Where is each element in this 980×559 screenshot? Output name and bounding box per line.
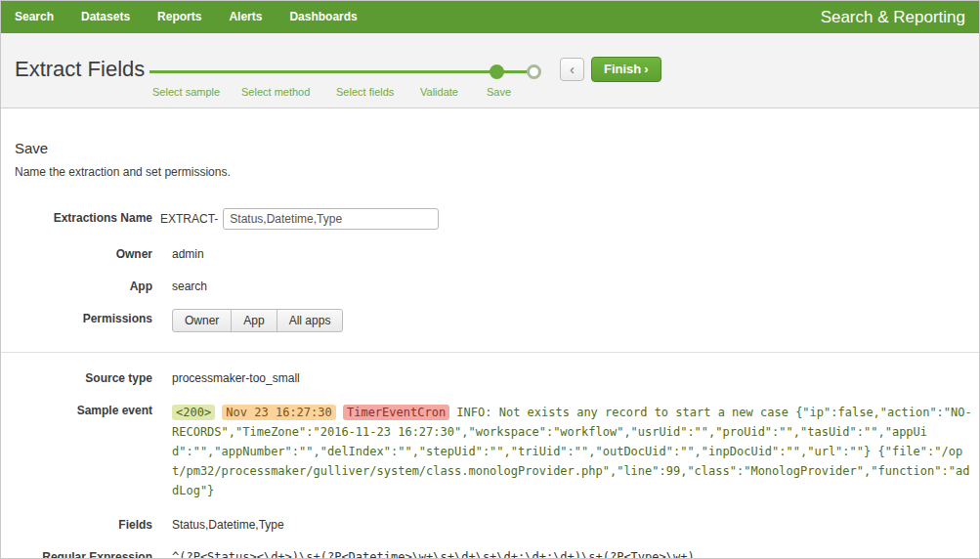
row-fields: Fields Status,Datetime,Type xyxy=(1,515,979,533)
row-app: App search xyxy=(1,277,979,294)
finish-button[interactable]: Finish› xyxy=(591,57,661,82)
chevron-right-icon: › xyxy=(644,62,648,76)
step-select-method: Select method xyxy=(241,86,310,98)
nav-item-search[interactable]: Search xyxy=(1,1,67,33)
step-select-sample: Select sample xyxy=(152,86,220,98)
owner-value: admin xyxy=(172,244,204,262)
stepper-track xyxy=(149,70,533,73)
chevron-left-icon: ‹ xyxy=(570,61,575,77)
nav-item-datasets[interactable]: Datasets xyxy=(67,1,144,33)
extraction-name-input[interactable] xyxy=(223,208,439,230)
datetime-field-highlight: Nov 23 16:27:30 xyxy=(222,405,335,420)
permissions-app-button[interactable]: App xyxy=(231,309,277,332)
row-owner: Owner admin xyxy=(1,244,979,262)
fields-label: Fields xyxy=(1,515,152,533)
wizard-header: Extract Fields Select sample Select meth… xyxy=(1,33,979,108)
wizard-stepper: Select sample Select method Select field… xyxy=(148,62,568,107)
row-regex: Regular Expression ^(?P<Status><\d+>)\s+… xyxy=(1,547,979,559)
permissions-owner-button[interactable]: Owner xyxy=(172,309,232,332)
row-sample-event: Sample event <200> Nov 23 16:27:30 Timer… xyxy=(1,401,979,500)
app-label: App xyxy=(1,277,152,294)
permissions-all-apps-button[interactable]: All apps xyxy=(277,309,344,332)
finish-button-label: Finish xyxy=(604,62,641,76)
sample-event-label: Sample event xyxy=(1,401,152,418)
stepper-current-dot xyxy=(490,64,504,79)
regex-label: Regular Expression xyxy=(1,547,152,559)
permissions-label: Permissions xyxy=(1,309,152,326)
extraction-name-prefix: EXTRACT- xyxy=(160,208,218,230)
fields-value: Status,Datetime,Type xyxy=(172,515,284,533)
nav-item-dashboards[interactable]: Dashboards xyxy=(276,1,370,33)
row-extraction-name: Extractions Name EXTRACT- xyxy=(1,208,979,230)
app-bar: Search Datasets Reports Alerts Dashboard… xyxy=(1,1,979,33)
row-source-type: Source type processmaker-too_small xyxy=(1,368,979,386)
save-step-panel: Save Name the extraction and set permiss… xyxy=(1,140,979,559)
step-validate: Validate xyxy=(420,86,458,98)
app-title: Search & Reporting xyxy=(821,8,979,27)
stepper-end-circle xyxy=(527,64,541,79)
row-permissions: Permissions Owner App All apps xyxy=(1,309,979,332)
page-title: Extract Fields xyxy=(15,57,145,82)
source-type-value: processmaker-too_small xyxy=(172,368,300,386)
type-field-highlight: TimerEventCron xyxy=(343,405,449,420)
section-title: Save xyxy=(15,140,979,156)
nav-item-alerts[interactable]: Alerts xyxy=(215,1,276,33)
section-divider xyxy=(1,352,979,353)
permissions-button-group: Owner App All apps xyxy=(172,309,343,332)
owner-label: Owner xyxy=(1,244,152,262)
nav-item-reports[interactable]: Reports xyxy=(144,1,215,33)
app-value: search xyxy=(172,277,207,294)
sample-event-text: <200> Nov 23 16:27:30 TimerEventCron INF… xyxy=(172,401,973,500)
status-field-highlight: <200> xyxy=(172,405,215,420)
back-button[interactable]: ‹ xyxy=(560,58,584,81)
regex-value: ^(?P<Status><\d+>)\s+(?P<Datetime>\w+\s+… xyxy=(172,547,695,559)
extraction-name-label: Extractions Name xyxy=(1,208,152,226)
extract-fields-page: Search Datasets Reports Alerts Dashboard… xyxy=(0,0,980,559)
section-subtitle: Name the extraction and set permissions. xyxy=(15,165,979,179)
step-save: Save xyxy=(487,86,511,98)
source-type-label: Source type xyxy=(1,368,152,386)
step-select-fields: Select fields xyxy=(336,86,394,98)
